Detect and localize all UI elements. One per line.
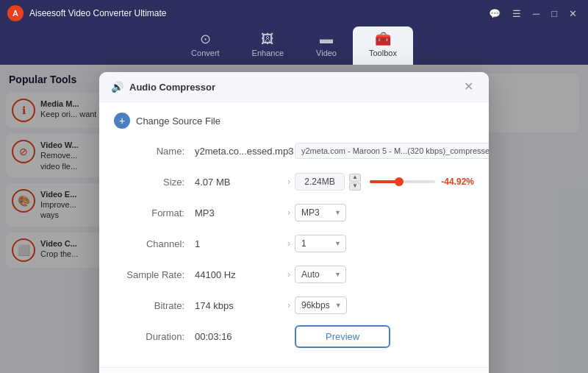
audio-compressor-modal: 🔊 Audio Compressor ✕ + Change Source Fil… [99, 72, 489, 373]
duration-original-value: 00:03:16 [195, 331, 283, 342]
menu-icon[interactable]: ☰ [509, 7, 525, 21]
bitrate-original-value: 174 kbps [195, 300, 283, 311]
spin-up-button[interactable]: ▲ [349, 174, 361, 182]
change-source-row: + Change Source File [114, 113, 474, 129]
bitrate-label: Bitrate: [114, 300, 195, 311]
format-label: Format: [114, 207, 195, 219]
modal-footer: Save to: C:\Aiseesoft Studio\Ai...imate\… [99, 367, 489, 373]
sample-rate-row: Sample Rate: 44100 Hz › Auto ▼ [114, 263, 474, 286]
channel-caret-icon: ▼ [334, 240, 341, 247]
bitrate-selected-value: 96kbps [301, 300, 330, 310]
bitrate-control-area: 96kbps ▼ [295, 296, 474, 314]
modal-header: 🔊 Audio Compressor ✕ [99, 72, 489, 102]
modal-body: + Change Source File Name: y2meta.co...e… [99, 102, 489, 367]
channel-control-area: 1 ▼ [295, 235, 474, 252]
tab-convert[interactable]: ⊙ Convert [175, 26, 236, 65]
format-row: Format: MP3 › MP3 ▼ [114, 201, 474, 224]
sample-rate-caret-icon: ▼ [334, 271, 341, 278]
bitrate-caret-icon: ▼ [335, 302, 342, 309]
app-logo: A [7, 5, 24, 21]
tab-convert-label: Convert [191, 49, 220, 57]
size-row: Size: 4.07 MB › ▲ ▼ [114, 170, 474, 193]
chat-icon[interactable]: 💬 [485, 7, 504, 21]
spin-down-button[interactable]: ▼ [349, 182, 361, 191]
channel-arrow: › [287, 238, 290, 249]
name-arrow: › [287, 146, 290, 156]
modal-title: Audio Compressor [129, 82, 215, 93]
minimize-button[interactable]: ─ [529, 7, 543, 21]
tab-toolbox[interactable]: 🧰 Toolbox [353, 26, 413, 65]
name-label: Name: [114, 146, 195, 157]
change-source-label[interactable]: Change Source File [136, 116, 220, 127]
size-original-value: 4.07 MB [195, 177, 283, 188]
tab-video-label: Video [316, 49, 337, 57]
size-control-area: ▲ ▼ -44.92% [295, 173, 474, 191]
sample-rate-arrow: › [287, 269, 290, 280]
audio-compressor-icon: 🔊 [111, 81, 123, 93]
format-control-area: MP3 ▼ [295, 204, 474, 221]
tab-enhance[interactable]: 🖼 Enhance [236, 27, 300, 65]
format-selected-value: MP3 [301, 207, 320, 218]
tab-toolbox-label: Toolbox [369, 49, 397, 57]
maximize-button[interactable]: □ [548, 7, 561, 21]
main-area: Popular Tools ℹ Media M... Keep ori... w… [0, 65, 588, 373]
size-slider-track[interactable] [370, 180, 435, 183]
sample-rate-dropdown[interactable]: Auto ▼ [295, 266, 346, 283]
name-control-area: y2meta.com - Maroon 5 - M...(320 kbps)_c… [295, 143, 489, 159]
size-arrow: › [287, 177, 290, 187]
size-slider-container: -44.92% [370, 177, 474, 187]
format-original-value: MP3 [195, 207, 283, 219]
toolbox-icon: 🧰 [375, 31, 391, 47]
sample-rate-label: Sample Rate: [114, 269, 195, 280]
app-title: Aiseesoft Video Converter Ultimate [29, 8, 485, 18]
channel-selected-value: 1 [301, 238, 306, 249]
size-percent: -44.92% [441, 177, 474, 187]
sample-rate-original-value: 44100 Hz [195, 269, 283, 280]
size-input[interactable] [295, 173, 345, 191]
modal-close-button[interactable]: ✕ [460, 79, 477, 94]
format-dropdown[interactable]: MP3 ▼ [295, 204, 346, 221]
tab-video[interactable]: ▬ Video [300, 27, 353, 65]
add-source-button[interactable]: + [114, 113, 130, 129]
video-icon: ▬ [320, 32, 333, 47]
title-bar: A Aiseesoft Video Converter Ultimate 💬 ☰… [0, 0, 588, 26]
channel-original-value: 1 [195, 238, 283, 249]
duration-row: Duration: 00:03:16 › Preview [114, 324, 474, 348]
spin-buttons: ▲ ▼ [349, 174, 361, 191]
enhance-icon: 🖼 [261, 32, 274, 47]
bitrate-arrow: › [287, 300, 290, 310]
format-arrow: › [287, 207, 290, 218]
tab-enhance-label: Enhance [252, 49, 284, 57]
toolbar: ⊙ Convert 🖼 Enhance ▬ Video 🧰 Toolbox [0, 26, 588, 65]
preview-button[interactable]: Preview [295, 325, 390, 348]
format-caret-icon: ▼ [334, 209, 341, 216]
close-button[interactable]: ✕ [565, 7, 581, 21]
convert-icon: ⊙ [200, 31, 211, 47]
bitrate-dropdown[interactable]: 96kbps ▼ [295, 296, 347, 314]
sample-rate-selected-value: Auto [301, 269, 320, 280]
name-row: Name: y2meta.co...essed.mp3 › y2meta.com… [114, 139, 474, 163]
modal-overlay: 🔊 Audio Compressor ✕ + Change Source Fil… [0, 65, 588, 373]
channel-row: Channel: 1 › 1 ▼ [114, 232, 474, 255]
size-slider-thumb[interactable] [395, 177, 404, 186]
modal-title-row: 🔊 Audio Compressor [111, 81, 215, 93]
size-label: Size: [114, 177, 195, 188]
window-controls: 💬 ☰ ─ □ ✕ [485, 7, 581, 21]
duration-label: Duration: [114, 331, 195, 342]
channel-label: Channel: [114, 238, 195, 249]
channel-dropdown[interactable]: 1 ▼ [295, 235, 346, 252]
sample-rate-control-area: Auto ▼ [295, 266, 474, 283]
name-original-value: y2meta.co...essed.mp3 [195, 146, 283, 157]
name-new-value: y2meta.com - Maroon 5 - M...(320 kbps)_c… [295, 143, 489, 159]
bitrate-row: Bitrate: 174 kbps › 96kbps ▼ [114, 294, 474, 317]
duration-control-area: Preview [295, 325, 474, 348]
